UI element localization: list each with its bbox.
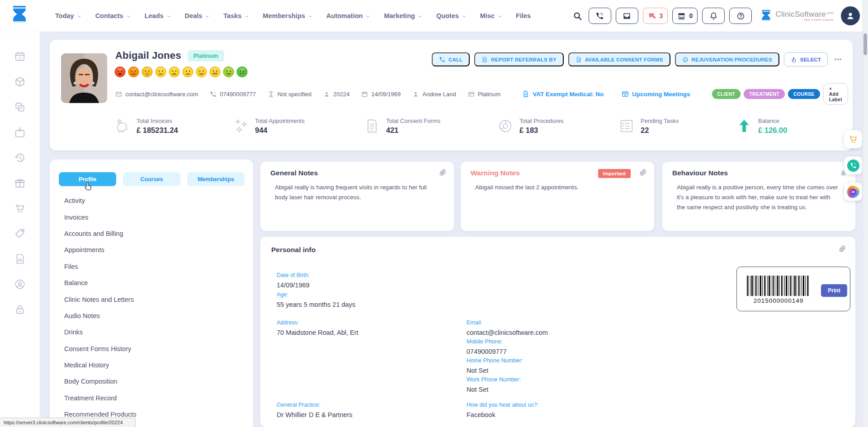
mood-emoji[interactable] <box>127 66 140 78</box>
help-button[interactable] <box>729 8 752 24</box>
nav-memberships[interactable]: Memberships <box>263 12 312 19</box>
floating-call-button[interactable] <box>844 156 862 174</box>
attach-edit-icon[interactable] <box>839 245 846 253</box>
stat-total-appointments: Total Appointments944 <box>233 117 305 135</box>
rail-report-icon[interactable] <box>14 253 26 265</box>
rejuvenation-button[interactable]: REJUVENATION PROCEDURES <box>675 52 779 66</box>
mood-emoji[interactable] <box>114 66 126 78</box>
menu-medical-history[interactable]: Medical History <box>64 357 246 373</box>
tier-badge: Platinum <box>188 50 224 61</box>
attach-edit-icon[interactable] <box>439 169 447 176</box>
mobile-value: 07490009777 <box>467 348 507 355</box>
menu-balance[interactable]: Balance <box>64 275 246 291</box>
mood-emoji[interactable] <box>195 66 208 78</box>
client-barcode-box: 2015000000149 Print <box>736 267 850 311</box>
scrollbar-track[interactable] <box>863 0 868 427</box>
user-icon <box>845 11 855 21</box>
rail-duplicate-icon[interactable] <box>14 101 26 113</box>
tab-courses[interactable]: Courses <box>123 172 180 186</box>
icon-rail <box>0 32 40 427</box>
menu-body-composition[interactable]: Body Composition <box>64 373 246 389</box>
client-owner: Andree Land <box>412 91 456 98</box>
call-button[interactable]: CALL <box>432 52 470 66</box>
mood-emoji[interactable] <box>141 66 153 78</box>
nav-automation[interactable]: Automation <box>326 12 371 19</box>
menu-treatment-record[interactable]: Treatment Record <box>64 390 246 406</box>
barcode <box>747 276 810 296</box>
vat-exempt-link[interactable]: VAT Exempt Medical: No <box>522 90 604 98</box>
rail-products-icon[interactable] <box>14 76 26 88</box>
nav-contacts[interactable]: Contacts <box>95 12 131 19</box>
chat-button[interactable]: 3 <box>643 8 668 24</box>
nav-label: Deals <box>185 12 203 19</box>
attach-edit-icon[interactable] <box>639 169 647 176</box>
mood-emoji[interactable] <box>236 66 248 78</box>
chevron-down-icon <box>462 14 467 19</box>
rail-calendar-icon[interactable] <box>14 51 26 62</box>
report-referrals-button[interactable]: REPORT REFERRALS BY <box>474 52 563 66</box>
menu-drinks[interactable]: Drinks <box>64 324 246 340</box>
app-logo-icon[interactable] <box>10 5 29 27</box>
stat-total-consent-forms: Total Consent Forms421 <box>364 117 440 135</box>
mood-emoji[interactable] <box>222 66 235 78</box>
hear-about-value: Facebook <box>467 411 495 418</box>
rail-gift-icon[interactable] <box>14 177 26 189</box>
inbox-button[interactable] <box>616 8 638 24</box>
upcoming-meetings-link[interactable]: Upcoming Meetings <box>622 90 690 98</box>
nav-files[interactable]: Files <box>516 12 531 19</box>
mood-emoji[interactable] <box>155 66 167 78</box>
nav-quotes[interactable]: Quotes <box>436 12 467 19</box>
consent-forms-button[interactable]: AVAILABLE CONSENT FORMS <box>568 52 670 66</box>
work-phone-value: Not Set <box>467 386 488 393</box>
piggy-bank-icon <box>114 118 131 134</box>
menu-appointments[interactable]: Appointments <box>64 242 246 258</box>
gp-value: Dr Whillier D E & Partners <box>277 411 353 418</box>
mood-emoji[interactable] <box>209 66 221 78</box>
print-barcode-button[interactable]: Print <box>821 284 847 297</box>
nav-tasks[interactable]: Tasks <box>223 12 249 19</box>
tab-memberships[interactable]: Memberships <box>187 172 245 186</box>
menu-activity[interactable]: Activity <box>64 192 246 209</box>
cart-icon <box>848 134 858 144</box>
phone-circle-icon <box>847 160 859 172</box>
nav-leads[interactable]: Leads <box>145 12 171 19</box>
rail-lock-icon[interactable] <box>14 304 26 315</box>
nav-misc[interactable]: Misc <box>480 12 502 19</box>
nav-today[interactable]: Today <box>55 12 82 19</box>
calendar-icon <box>361 91 368 98</box>
dialer-button[interactable] <box>589 8 611 24</box>
mood-emoji[interactable] <box>168 66 180 78</box>
nav-deals[interactable]: Deals <box>185 12 210 19</box>
user-avatar[interactable] <box>841 6 860 25</box>
chevron-down-icon <box>418 14 423 19</box>
more-actions-button[interactable]: ••• <box>834 56 842 63</box>
add-label-button[interactable]: + Add Label <box>823 83 848 105</box>
rail-staff-icon[interactable] <box>14 278 26 290</box>
menu-invoices[interactable]: Invoices <box>64 209 246 225</box>
menu-audio-notes[interactable]: Audio Notes <box>64 308 246 324</box>
address-label: Address: <box>277 319 299 326</box>
nav-marketing[interactable]: Marketing <box>384 12 423 19</box>
email-value: contact@clinicsoftware.com <box>467 329 548 336</box>
notifications-button[interactable] <box>702 8 725 24</box>
menu-accounts-billing[interactable]: Accounts and Billing <box>64 225 246 242</box>
rail-cart-icon[interactable] <box>14 202 26 214</box>
rail-history-icon[interactable] <box>14 152 26 164</box>
floating-ai-button[interactable]: AI <box>844 183 862 201</box>
scrollbar-thumb[interactable] <box>863 33 867 55</box>
floating-cart-button[interactable] <box>844 130 862 148</box>
age-value: 55 years 5 months 21 days <box>277 301 355 308</box>
search-icon[interactable] <box>573 11 582 21</box>
register-button[interactable]: 0 <box>672 8 698 24</box>
link-preview-statusbar: https://server3.clinicsoftware.com/clien… <box>0 418 136 427</box>
mood-emoji[interactable] <box>182 66 194 78</box>
important-badge: Important <box>598 169 631 178</box>
menu-clinic-notes[interactable]: Clinic Notes and Letters <box>64 291 246 307</box>
rail-calendar-import-icon[interactable] <box>14 127 26 138</box>
select-button[interactable]: SELECT <box>784 52 828 66</box>
menu-files[interactable]: Files <box>64 258 246 275</box>
menu-consent-history[interactable]: Consent Forms History <box>64 341 246 357</box>
general-notes-card: General Notes Abigail really is having f… <box>260 162 454 231</box>
home-phone-value: Not Set <box>467 367 488 374</box>
rail-tag-icon[interactable] <box>14 228 26 239</box>
